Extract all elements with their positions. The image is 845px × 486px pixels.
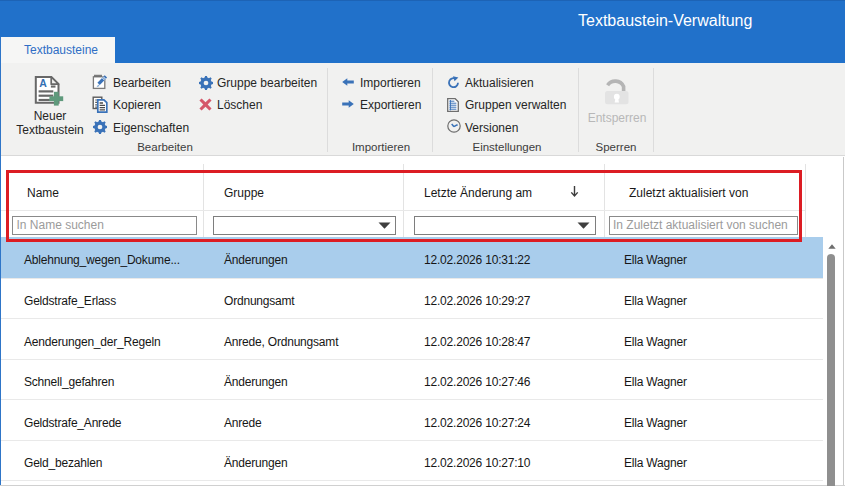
svg-text:A: A xyxy=(39,77,47,89)
